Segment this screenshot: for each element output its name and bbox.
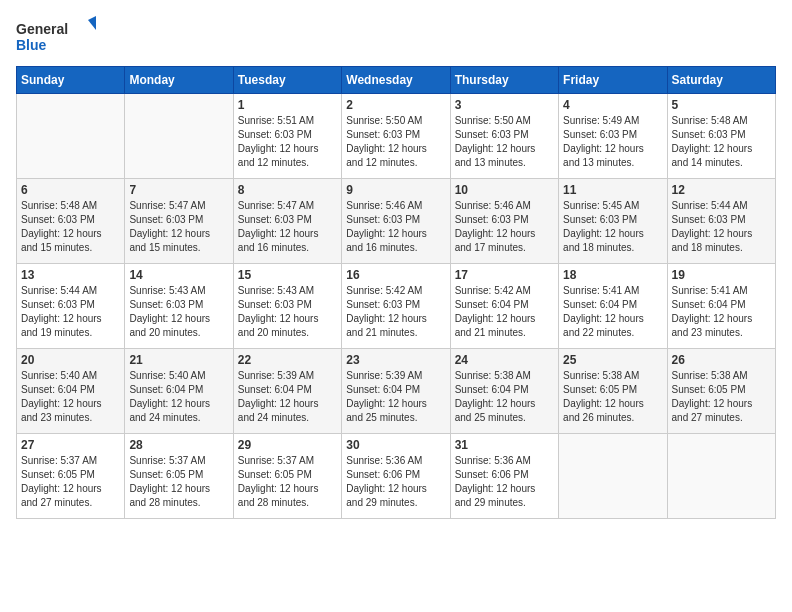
calendar-cell — [667, 434, 775, 519]
logo: General Blue — [16, 16, 96, 58]
day-info: Sunrise: 5:45 AM Sunset: 6:03 PM Dayligh… — [563, 199, 662, 255]
calendar-cell: 31Sunrise: 5:36 AM Sunset: 6:06 PM Dayli… — [450, 434, 558, 519]
calendar-cell: 2Sunrise: 5:50 AM Sunset: 6:03 PM Daylig… — [342, 94, 450, 179]
calendar-cell: 29Sunrise: 5:37 AM Sunset: 6:05 PM Dayli… — [233, 434, 341, 519]
day-info: Sunrise: 5:43 AM Sunset: 6:03 PM Dayligh… — [129, 284, 228, 340]
day-number: 30 — [346, 438, 445, 452]
calendar-cell — [559, 434, 667, 519]
day-info: Sunrise: 5:43 AM Sunset: 6:03 PM Dayligh… — [238, 284, 337, 340]
weekday-header-thursday: Thursday — [450, 67, 558, 94]
calendar-cell: 7Sunrise: 5:47 AM Sunset: 6:03 PM Daylig… — [125, 179, 233, 264]
day-number: 20 — [21, 353, 120, 367]
calendar-cell: 27Sunrise: 5:37 AM Sunset: 6:05 PM Dayli… — [17, 434, 125, 519]
weekday-header-friday: Friday — [559, 67, 667, 94]
svg-text:General: General — [16, 21, 68, 37]
day-number: 12 — [672, 183, 771, 197]
day-info: Sunrise: 5:41 AM Sunset: 6:04 PM Dayligh… — [672, 284, 771, 340]
calendar-cell: 3Sunrise: 5:50 AM Sunset: 6:03 PM Daylig… — [450, 94, 558, 179]
day-info: Sunrise: 5:40 AM Sunset: 6:04 PM Dayligh… — [21, 369, 120, 425]
day-number: 28 — [129, 438, 228, 452]
day-info: Sunrise: 5:37 AM Sunset: 6:05 PM Dayligh… — [129, 454, 228, 510]
day-info: Sunrise: 5:37 AM Sunset: 6:05 PM Dayligh… — [238, 454, 337, 510]
day-number: 19 — [672, 268, 771, 282]
day-info: Sunrise: 5:38 AM Sunset: 6:05 PM Dayligh… — [672, 369, 771, 425]
day-number: 11 — [563, 183, 662, 197]
day-number: 16 — [346, 268, 445, 282]
calendar-cell: 5Sunrise: 5:48 AM Sunset: 6:03 PM Daylig… — [667, 94, 775, 179]
calendar-cell: 18Sunrise: 5:41 AM Sunset: 6:04 PM Dayli… — [559, 264, 667, 349]
calendar-cell: 4Sunrise: 5:49 AM Sunset: 6:03 PM Daylig… — [559, 94, 667, 179]
day-number: 18 — [563, 268, 662, 282]
day-info: Sunrise: 5:46 AM Sunset: 6:03 PM Dayligh… — [346, 199, 445, 255]
calendar-cell: 19Sunrise: 5:41 AM Sunset: 6:04 PM Dayli… — [667, 264, 775, 349]
day-number: 14 — [129, 268, 228, 282]
day-info: Sunrise: 5:47 AM Sunset: 6:03 PM Dayligh… — [129, 199, 228, 255]
calendar-table: SundayMondayTuesdayWednesdayThursdayFrid… — [16, 66, 776, 519]
calendar-cell: 6Sunrise: 5:48 AM Sunset: 6:03 PM Daylig… — [17, 179, 125, 264]
day-info: Sunrise: 5:39 AM Sunset: 6:04 PM Dayligh… — [238, 369, 337, 425]
day-info: Sunrise: 5:44 AM Sunset: 6:03 PM Dayligh… — [21, 284, 120, 340]
day-info: Sunrise: 5:36 AM Sunset: 6:06 PM Dayligh… — [455, 454, 554, 510]
svg-marker-2 — [88, 16, 96, 30]
day-info: Sunrise: 5:41 AM Sunset: 6:04 PM Dayligh… — [563, 284, 662, 340]
logo-svg: General Blue — [16, 16, 96, 58]
calendar-cell: 15Sunrise: 5:43 AM Sunset: 6:03 PM Dayli… — [233, 264, 341, 349]
calendar-cell: 13Sunrise: 5:44 AM Sunset: 6:03 PM Dayli… — [17, 264, 125, 349]
day-info: Sunrise: 5:42 AM Sunset: 6:04 PM Dayligh… — [455, 284, 554, 340]
day-number: 21 — [129, 353, 228, 367]
calendar-cell: 11Sunrise: 5:45 AM Sunset: 6:03 PM Dayli… — [559, 179, 667, 264]
page-header: General Blue — [16, 16, 776, 58]
day-number: 4 — [563, 98, 662, 112]
calendar-cell: 9Sunrise: 5:46 AM Sunset: 6:03 PM Daylig… — [342, 179, 450, 264]
day-number: 8 — [238, 183, 337, 197]
day-number: 24 — [455, 353, 554, 367]
calendar-week-5: 27Sunrise: 5:37 AM Sunset: 6:05 PM Dayli… — [17, 434, 776, 519]
weekday-header-monday: Monday — [125, 67, 233, 94]
day-number: 7 — [129, 183, 228, 197]
calendar-cell: 17Sunrise: 5:42 AM Sunset: 6:04 PM Dayli… — [450, 264, 558, 349]
day-number: 9 — [346, 183, 445, 197]
day-number: 31 — [455, 438, 554, 452]
day-number: 5 — [672, 98, 771, 112]
day-info: Sunrise: 5:46 AM Sunset: 6:03 PM Dayligh… — [455, 199, 554, 255]
weekday-header-saturday: Saturday — [667, 67, 775, 94]
day-number: 22 — [238, 353, 337, 367]
calendar-cell: 10Sunrise: 5:46 AM Sunset: 6:03 PM Dayli… — [450, 179, 558, 264]
calendar-cell: 30Sunrise: 5:36 AM Sunset: 6:06 PM Dayli… — [342, 434, 450, 519]
calendar-cell: 8Sunrise: 5:47 AM Sunset: 6:03 PM Daylig… — [233, 179, 341, 264]
day-info: Sunrise: 5:38 AM Sunset: 6:05 PM Dayligh… — [563, 369, 662, 425]
day-number: 25 — [563, 353, 662, 367]
calendar-week-1: 1Sunrise: 5:51 AM Sunset: 6:03 PM Daylig… — [17, 94, 776, 179]
day-number: 17 — [455, 268, 554, 282]
day-number: 1 — [238, 98, 337, 112]
day-info: Sunrise: 5:48 AM Sunset: 6:03 PM Dayligh… — [21, 199, 120, 255]
calendar-cell: 23Sunrise: 5:39 AM Sunset: 6:04 PM Dayli… — [342, 349, 450, 434]
calendar-cell: 1Sunrise: 5:51 AM Sunset: 6:03 PM Daylig… — [233, 94, 341, 179]
day-number: 27 — [21, 438, 120, 452]
calendar-cell: 25Sunrise: 5:38 AM Sunset: 6:05 PM Dayli… — [559, 349, 667, 434]
day-info: Sunrise: 5:39 AM Sunset: 6:04 PM Dayligh… — [346, 369, 445, 425]
day-number: 2 — [346, 98, 445, 112]
calendar-cell: 21Sunrise: 5:40 AM Sunset: 6:04 PM Dayli… — [125, 349, 233, 434]
day-info: Sunrise: 5:50 AM Sunset: 6:03 PM Dayligh… — [455, 114, 554, 170]
day-number: 13 — [21, 268, 120, 282]
calendar-cell — [17, 94, 125, 179]
day-info: Sunrise: 5:47 AM Sunset: 6:03 PM Dayligh… — [238, 199, 337, 255]
day-number: 29 — [238, 438, 337, 452]
calendar-week-2: 6Sunrise: 5:48 AM Sunset: 6:03 PM Daylig… — [17, 179, 776, 264]
calendar-cell: 14Sunrise: 5:43 AM Sunset: 6:03 PM Dayli… — [125, 264, 233, 349]
day-number: 10 — [455, 183, 554, 197]
calendar-cell: 28Sunrise: 5:37 AM Sunset: 6:05 PM Dayli… — [125, 434, 233, 519]
day-info: Sunrise: 5:48 AM Sunset: 6:03 PM Dayligh… — [672, 114, 771, 170]
day-info: Sunrise: 5:51 AM Sunset: 6:03 PM Dayligh… — [238, 114, 337, 170]
day-info: Sunrise: 5:44 AM Sunset: 6:03 PM Dayligh… — [672, 199, 771, 255]
day-info: Sunrise: 5:49 AM Sunset: 6:03 PM Dayligh… — [563, 114, 662, 170]
day-info: Sunrise: 5:36 AM Sunset: 6:06 PM Dayligh… — [346, 454, 445, 510]
weekday-header-wednesday: Wednesday — [342, 67, 450, 94]
weekday-header-tuesday: Tuesday — [233, 67, 341, 94]
calendar-cell: 12Sunrise: 5:44 AM Sunset: 6:03 PM Dayli… — [667, 179, 775, 264]
day-info: Sunrise: 5:50 AM Sunset: 6:03 PM Dayligh… — [346, 114, 445, 170]
weekday-header-sunday: Sunday — [17, 67, 125, 94]
day-number: 26 — [672, 353, 771, 367]
calendar-cell: 16Sunrise: 5:42 AM Sunset: 6:03 PM Dayli… — [342, 264, 450, 349]
